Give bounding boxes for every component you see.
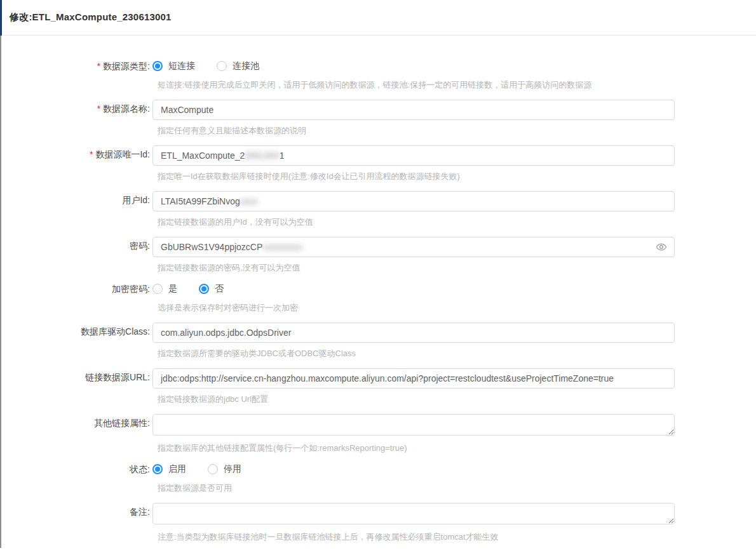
field-encrypt-label: 加密密码: xyxy=(112,284,150,294)
field-url-help: 指定链接数据源的jdbc Url配置 xyxy=(158,394,675,404)
field-uid-help: 指定唯一Id在获取数据库链接时使用(注意:修改Id会让已引用流程的数据源链接失败… xyxy=(158,171,675,182)
eye-icon[interactable] xyxy=(656,241,667,253)
field-props-help: 指定数据库的其他链接配置属性(每行一个如:remarksReporting=tr… xyxy=(158,443,675,453)
field-remark-help: 注意:当类型为数据库链接池时一旦数据库链池链接上后，再修改属性必须重启tomca… xyxy=(158,532,675,542)
frame-edge-side xyxy=(0,36,1,548)
radio-status-enabled[interactable]: 启用 xyxy=(152,463,186,475)
field-user: 用户Id: LTAI5tA99FZbiNvogxxxx 指定链接数据源的用户Id… xyxy=(0,191,756,227)
field-password-help: 指定链接数据源的密码,没有可以为空值 xyxy=(158,263,675,273)
field-encrypt-help: 选择是表示保存时对密码进行一次加密 xyxy=(158,303,675,313)
radio-checked-icon[interactable] xyxy=(199,284,209,294)
radio-encrypt-no[interactable]: 否 xyxy=(199,283,224,295)
user-id-input[interactable]: LTAI5tA99FZbiNvogxxxx xyxy=(152,191,675,211)
field-name: *数据源名称: 指定任何有意义且能描述本数据源的说明 xyxy=(0,100,756,136)
user-value-visible: LTAI5tA99FZbiNvog xyxy=(161,196,240,206)
jdbc-url-input[interactable] xyxy=(152,368,675,389)
field-status: 状态: 启用 停用 指定数据源是否可用 xyxy=(0,463,756,493)
required-mark: * xyxy=(97,103,100,114)
password-value-masked: xxxxxxxxx xyxy=(262,242,302,252)
encrypt-radio-group: 是 否 xyxy=(152,283,675,295)
radio-status-enabled-label: 启用 xyxy=(168,463,186,475)
field-props-label: 其他链接属性: xyxy=(94,418,150,428)
status-radio-group: 启用 停用 xyxy=(152,463,675,475)
field-remark: 备注: 注意:当类型为数据库链接池时一旦数据库链池链接上后，再修改属性必须重启t… xyxy=(0,503,756,542)
remark-textarea[interactable] xyxy=(152,503,675,524)
titlebar: 修改:ETL_MaxCompute_230613001 xyxy=(0,0,756,36)
radio-unchecked-icon[interactable] xyxy=(152,284,163,294)
field-password-label: 密码: xyxy=(130,241,150,251)
radio-encrypt-yes[interactable]: 是 xyxy=(152,283,177,295)
field-encrypt: 加密密码: 是 否 选择是表示保存时对密码进行一次加密 xyxy=(0,283,756,313)
radio-status-disabled-label: 停用 xyxy=(224,463,241,475)
required-mark: * xyxy=(90,149,93,159)
password-input[interactable]: GbUBRwS1V94ppjozcCPxxxxxxxxx xyxy=(152,237,675,257)
field-url: 链接数据源URL: 指定链接数据源的jdbc Url配置 xyxy=(0,368,756,404)
radio-encrypt-yes-label: 是 xyxy=(168,283,177,295)
field-driver-help: 指定数据源所需要的驱动类JDBC或者ODBC驱动Class xyxy=(158,349,675,359)
field-uid-label: 数据源唯一Id: xyxy=(95,149,150,159)
field-url-label: 链接数据源URL: xyxy=(85,372,150,382)
field-type: *数据源类型: 短连接 连接池 短连接:链接使用完成后立即关闭，适用于低频访问的… xyxy=(0,60,756,90)
field-user-label: 用户Id: xyxy=(122,195,150,205)
name-input[interactable] xyxy=(152,100,675,120)
field-password: 密码: GbUBRwS1V94ppjozcCPxxxxxxxxx 指定链接数据源… xyxy=(0,237,756,273)
type-radio-group: 短连接 连接池 xyxy=(152,60,675,72)
uid-value-visible: ETL_MaxCompute_2 xyxy=(161,150,245,161)
radio-encrypt-no-label: 否 xyxy=(215,283,224,295)
frame-edge-top xyxy=(0,0,2,36)
field-name-label: 数据源名称: xyxy=(103,103,150,114)
field-status-help: 指定数据源是否可用 xyxy=(158,483,675,493)
radio-unchecked-icon[interactable] xyxy=(208,464,218,474)
radio-checked-icon[interactable] xyxy=(152,61,163,71)
radio-status-disabled[interactable]: 停用 xyxy=(208,463,241,475)
field-type-help: 短连接:链接使用完成后立即关闭，适用于低频访问的数据源，链接池:保持一定的可用链… xyxy=(158,80,675,90)
radio-short-connection-label: 短连接 xyxy=(168,60,195,72)
uid-value-suffix: 1 xyxy=(280,150,285,161)
user-value-masked: xxxx xyxy=(240,196,258,206)
field-type-label: 数据源类型: xyxy=(103,61,150,71)
required-mark: * xyxy=(97,61,100,71)
datasource-form: *数据源类型: 短连接 连接池 短连接:链接使用完成后立即关闭，适用于低频访问的… xyxy=(0,36,756,553)
field-status-label: 状态: xyxy=(130,464,150,474)
radio-connection-pool[interactable]: 连接池 xyxy=(217,60,259,72)
radio-checked-icon[interactable] xyxy=(152,464,163,474)
field-props: 其他链接属性: 指定数据库的其他链接配置属性(每行一个如:remarksRepo… xyxy=(0,414,756,453)
field-remark-label: 备注: xyxy=(130,507,150,517)
field-uid: *数据源唯一Id: ETL_MaxCompute_230613001 指定唯一I… xyxy=(0,145,756,182)
field-driver-label: 数据库驱动Class: xyxy=(81,326,150,336)
page-title: 修改:ETL_MaxCompute_230613001 xyxy=(10,11,172,23)
driver-class-input[interactable] xyxy=(152,323,675,343)
field-name-help: 指定任何有意义且能描述本数据源的说明 xyxy=(158,126,675,136)
uid-value-masked: 3061300 xyxy=(245,150,280,161)
field-driver: 数据库驱动Class: 指定数据源所需要的驱动类JDBC或者ODBC驱动Clas… xyxy=(0,323,756,359)
uid-input[interactable]: ETL_MaxCompute_230613001 xyxy=(152,145,675,166)
password-value-visible: GbUBRwS1V94ppjozcCP xyxy=(161,242,262,252)
radio-unchecked-icon[interactable] xyxy=(217,61,227,71)
field-user-help: 指定链接数据源的用户Id，没有可以为空值 xyxy=(158,217,675,227)
extra-props-textarea[interactable] xyxy=(152,414,675,436)
radio-connection-pool-label: 连接池 xyxy=(233,60,259,72)
radio-short-connection[interactable]: 短连接 xyxy=(152,60,195,72)
